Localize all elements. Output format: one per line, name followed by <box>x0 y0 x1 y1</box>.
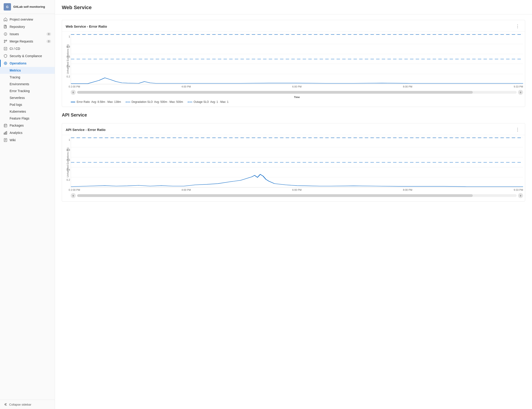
sidebar-item-label: CI / CD <box>10 47 20 51</box>
file-icon <box>4 25 7 28</box>
ops-icon <box>4 62 7 65</box>
chart1-area: Unhandled Exceptions (%) 1 0.8 0.6 0.4 0… <box>64 34 523 84</box>
legend-line-outage <box>188 102 192 102</box>
legend-label: Degradation SLO <box>132 100 153 103</box>
chart1-body: Unhandled Exceptions (%) 1 0.8 0.6 0.4 0… <box>62 32 525 107</box>
sidebar-item-label: Repository <box>10 25 25 28</box>
chart1-x-ticks: 2:00 PM 4:00 PM 6:00 PM 8:00 PM 9:33 PM <box>71 84 523 88</box>
x-tick: 2:00 PM <box>71 189 80 191</box>
sidebar-header: G GitLab self monitoring <box>0 0 55 14</box>
chevrons-left-icon <box>4 403 7 406</box>
chart2-x-ticks: 2:00 PM 4:00 PM 6:00 PM 8:00 PM 9:33 PM <box>71 188 523 191</box>
chart1-header: Web Service - Error Ratio ⋮ <box>62 20 525 32</box>
chart2-menu-button[interactable]: ⋮ <box>514 127 521 133</box>
chart2-scrollbar-thumb <box>77 194 473 197</box>
legend-stat: Avg: 1 · Max: 1 <box>210 100 228 103</box>
sidebar-item-merge-requests[interactable]: Merge Requests 0 <box>0 38 55 45</box>
merge-requests-badge: 0 <box>47 40 51 43</box>
sidebar-item-label: Operations <box>10 62 27 65</box>
x-tick: 8:00 PM <box>403 85 412 88</box>
sidebar-item-packages[interactable]: Packages <box>0 122 55 129</box>
sidebar-item-label: Project overview <box>10 18 33 21</box>
legend-stat: Avg: 500m · Max: 500m <box>154 100 183 103</box>
svg-point-5 <box>4 42 5 43</box>
chart2-scroll-left[interactable]: ⏸ <box>71 193 76 198</box>
sidebar-subitem-environments[interactable]: Environments <box>0 81 55 88</box>
legend-line-error-ratio <box>71 102 75 102</box>
svg-point-4 <box>4 40 5 41</box>
chart1-title: Web Service - Error Ratio <box>66 24 107 28</box>
svg-rect-16 <box>5 132 6 134</box>
x-tick: 8:00 PM <box>403 189 412 191</box>
sidebar-item-repository[interactable]: Repository <box>0 23 55 30</box>
svg-rect-13 <box>4 125 7 127</box>
chart2-area: Unhandled Exceptions (%) 1 0.8 0.6 0.4 0… <box>64 137 523 188</box>
chart2-header: API Service - Error Ratio ⋮ <box>62 123 525 135</box>
chart2-scroll-right[interactable]: ⏸ <box>518 193 523 198</box>
sidebar-item-ci-cd[interactable]: CI / CD <box>0 45 55 52</box>
chart1-scroll-left[interactable]: ⏸ <box>71 90 76 95</box>
legend-stat: Avg: 8.58m · Max: 138m <box>91 100 121 103</box>
chart1-svg <box>71 34 523 84</box>
sidebar-item-security-compliance[interactable]: Security & Compliance <box>0 52 55 60</box>
chart2-scrollbar-row: ⏸ ⏸ <box>64 193 523 198</box>
x-tick: 6:00 PM <box>292 189 302 191</box>
sidebar-item-project-overview[interactable]: Project overview <box>0 16 55 23</box>
legend-line-degradation <box>126 102 130 102</box>
analytics-icon <box>4 131 7 135</box>
sidebar-subitem-metrics[interactable]: Metrics <box>0 67 55 74</box>
issues-icon <box>4 32 7 36</box>
legend-item-outage-slo: Outage SLO Avg: 1 · Max: 1 <box>188 100 228 103</box>
collapse-sidebar-button[interactable]: Collapse sidebar <box>0 400 55 409</box>
operations-sub-nav: Metrics Tracing Environments Error Track… <box>0 67 55 122</box>
chart2-inner: 1 0.8 0.6 0.4 0.2 0 <box>71 137 523 188</box>
chart1-scrollbar-row: ⏸ ⏸ <box>64 90 523 95</box>
sidebar-subitem-tracing[interactable]: Tracing <box>0 74 55 81</box>
legend-item-error-ratio: Error Ratio Avg: 8.58m · Max: 138m <box>71 100 121 103</box>
chart2-body: Unhandled Exceptions (%) 1 0.8 0.6 0.4 0… <box>62 135 525 201</box>
sidebar-subitem-error-tracking[interactable]: Error Tracking <box>0 88 55 94</box>
sidebar-subitem-pod-logs[interactable]: Pod logs <box>0 101 55 108</box>
legend-item-degradation-slo: Degradation SLO Avg: 500m · Max: 500m <box>126 100 183 103</box>
sidebar-subitem-serverless[interactable]: Serverless <box>0 94 55 101</box>
sidebar-item-label: Merge Requests <box>10 39 33 43</box>
sidebar-subitem-feature-flags[interactable]: Feature Flags <box>0 115 55 122</box>
chart1-inner: 1 0.8 0.6 0.4 0.2 0 <box>71 34 523 84</box>
sidebar-item-label: Analytics <box>10 131 22 135</box>
sidebar-nav: Project overview Repository Issues 0 Mer… <box>0 14 55 400</box>
wiki-icon <box>4 138 7 142</box>
x-tick: 9:33 PM <box>514 85 523 88</box>
chart1-legend: Error Ratio Avg: 8.58m · Max: 138m Degra… <box>64 99 523 104</box>
page-header: Web Service <box>55 0 532 14</box>
chart2-svg <box>71 137 523 187</box>
page-title: Web Service <box>62 5 525 10</box>
chart1-x-axis-label: Time <box>71 96 523 99</box>
chart1-scrollbar-track[interactable] <box>77 91 517 94</box>
sidebar-item-issues[interactable]: Issues 0 <box>0 30 55 38</box>
project-name: GitLab self monitoring <box>13 5 45 9</box>
chart2-title: API Service - Error Ratio <box>66 128 105 132</box>
legend-label: Error Ratio <box>77 100 90 103</box>
ci-icon <box>4 47 7 51</box>
sidebar-item-operations[interactable]: Operations <box>0 60 55 67</box>
chart1-scroll-right[interactable]: ⏸ <box>518 90 523 95</box>
svg-rect-15 <box>4 133 5 134</box>
sidebar-subitem-kubernetes[interactable]: Kubernetes <box>0 108 55 115</box>
home-icon <box>4 18 7 21</box>
x-tick: 6:00 PM <box>292 85 302 88</box>
chart1-menu-button[interactable]: ⋮ <box>514 23 521 29</box>
sidebar-item-wiki[interactable]: Wiki <box>0 136 55 144</box>
merge-icon <box>4 39 7 43</box>
sidebar-item-label: Issues <box>10 32 19 36</box>
x-tick: 2:00 PM <box>71 85 80 88</box>
sidebar-item-label: Wiki <box>10 138 16 142</box>
sidebar-item-analytics[interactable]: Analytics <box>0 129 55 136</box>
api-service-section-header: API Service <box>62 107 525 118</box>
x-tick: 9:33 PM <box>514 189 523 191</box>
charts-container: Web Service - Error Ratio ⋮ Unhandled Ex… <box>55 20 532 208</box>
collapse-sidebar-label: Collapse sidebar <box>9 403 31 406</box>
web-service-error-ratio-card: Web Service - Error Ratio ⋮ Unhandled Ex… <box>62 20 525 107</box>
main-content: Web Service Web Service - Error Ratio ⋮ … <box>55 0 532 409</box>
project-avatar: G <box>4 3 11 10</box>
chart2-scrollbar-track[interactable] <box>77 194 517 197</box>
